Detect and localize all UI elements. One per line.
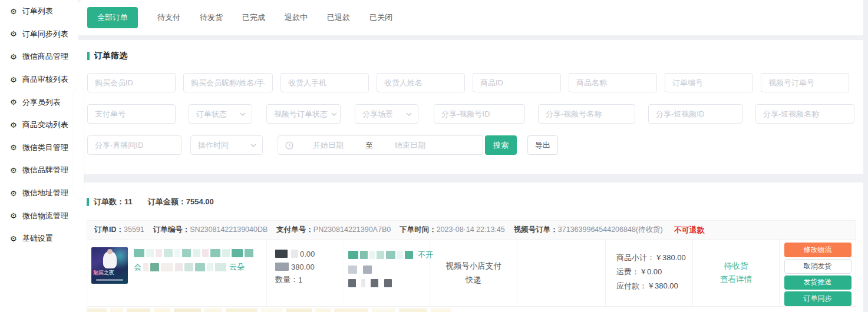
sidebar-item-order-sync-list[interactable]: ⚙订单同步列表 — [0, 23, 78, 46]
gear-icon: ⚙ — [10, 30, 17, 38]
receiver-name-input[interactable] — [377, 73, 465, 92]
filter-row-3: 操作时间 至 搜索 导出 — [87, 135, 854, 155]
empty-cell — [517, 240, 606, 306]
pay-no-input[interactable] — [87, 104, 176, 124]
sidebar-item-wechat-address[interactable]: ⚙微信地址管理 — [0, 182, 78, 205]
price-qty-cell: 0.00 380.00 数量：1 — [267, 240, 342, 306]
order-sync-button[interactable]: 订单同步 — [784, 291, 852, 306]
sidebar: ⚙订单列表 ⚙订单同步列表 ⚙微信商品管理 ⚙商品审核列表 ⚙分享员列表 ⚙商品… — [0, 0, 78, 312]
filter-section-title: 订单筛选 — [87, 51, 854, 61]
tab-pending-payment[interactable]: 待支付 — [157, 7, 180, 28]
end-date-input[interactable] — [375, 141, 445, 150]
order-status-select[interactable]: 订单状态 — [189, 104, 252, 124]
sidebar-item-label: 微信物流管理 — [22, 211, 68, 221]
view-detail-link[interactable]: 查看详情 — [693, 273, 779, 286]
sidebar-item-wechat-product[interactable]: ⚙微信商品管理 — [0, 45, 78, 68]
share-scene-select[interactable]: 分享场景 — [355, 104, 418, 124]
gear-icon: ⚙ — [10, 190, 17, 197]
shipping-method: 快递 — [430, 273, 517, 287]
sidebar-item-sharer-list[interactable]: ⚙分享员列表 — [0, 91, 78, 114]
sidebar-item-product-change[interactable]: ⚙商品变动列表 — [0, 114, 78, 137]
sidebar-item-product-review[interactable]: ⚙商品审核列表 — [0, 68, 78, 91]
gear-icon: ⚙ — [10, 76, 17, 84]
product-name-input[interactable] — [569, 73, 657, 92]
censored-title-line-1 — [134, 249, 261, 257]
censored-buyer-address — [348, 279, 430, 287]
operate-time-select[interactable]: 操作时间 — [190, 135, 263, 155]
product-image: 魅笑之夜 — [91, 247, 128, 284]
sidebar-item-wechat-logistics[interactable]: ⚙微信物流管理 — [0, 204, 78, 227]
select-placeholder: 订单状态 — [196, 109, 227, 120]
select-placeholder: 操作时间 — [198, 140, 229, 151]
product-id-input[interactable] — [473, 73, 561, 92]
sidebar-item-wechat-brand[interactable]: ⚙微信品牌管理 — [0, 159, 78, 182]
product-cell: 魅笑之夜 会 云朵 — [87, 240, 267, 306]
share-short-video-id-input[interactable] — [648, 104, 742, 124]
title-fragment: 会 — [134, 262, 141, 273]
order-count: 订单数：11 — [94, 197, 133, 207]
sidebar-item-order-list[interactable]: ⚙订单列表 — [0, 0, 78, 23]
buyer-member-id-input[interactable] — [87, 73, 176, 92]
sidebar-item-label: 分享员列表 — [22, 97, 61, 108]
sidebar-item-wechat-category[interactable]: ⚙微信类目管理 — [0, 137, 78, 160]
sidebar-item-label: 微信地址管理 — [22, 188, 68, 198]
status-cell: 待收货 查看详情 — [693, 240, 780, 306]
scrollbar-thumb[interactable] — [74, 88, 84, 197]
censored-unit-price-line: 380.00 — [275, 260, 342, 273]
start-date-input[interactable] — [293, 141, 363, 150]
gear-icon: ⚙ — [10, 144, 17, 151]
filter-row-1 — [87, 73, 854, 92]
order-product-row: 魅笑之夜 会 云朵 — [87, 240, 856, 306]
channel-order-no-input[interactable] — [761, 73, 849, 92]
sidebar-item-basic-settings[interactable]: ⚙基础设置 — [0, 227, 78, 250]
share-channel-id-input[interactable] — [434, 104, 525, 124]
channel-order-status-select[interactable]: 视频号订单状态 — [266, 104, 341, 124]
tab-refunded[interactable]: 已退款 — [327, 7, 350, 28]
sidebar-item-label: 订单列表 — [22, 6, 53, 16]
order-no: 订单编号：SN23081422139040DB — [153, 225, 268, 235]
poster-title-text: 魅笑之夜 — [93, 269, 114, 277]
shipment-push-button[interactable]: 发货推送 — [784, 276, 852, 290]
product-title-censored: 会 云朵 — [134, 247, 261, 306]
receiver-phone-input[interactable] — [280, 73, 369, 92]
modify-logistics-button[interactable]: 修改物流 — [784, 243, 852, 257]
main-content: 全部订单 待支付 待发货 已完成 退款中 已退款 已关闭 订单筛选 — [78, 0, 868, 312]
filter-title-text: 订单筛选 — [94, 51, 127, 61]
tab-refunding[interactable]: 退款中 — [285, 7, 308, 28]
share-short-video-name-input[interactable] — [755, 104, 854, 124]
sidebar-item-label: 基础设置 — [22, 233, 53, 244]
filter-row-2: 订单状态 视频号订单状态 分享场景 — [87, 104, 854, 124]
tab-pending-shipment[interactable]: 待发货 — [200, 7, 223, 28]
sidebar-item-label: 微信商品管理 — [22, 51, 68, 62]
cancel-shipment-button[interactable]: 取消发货 — [784, 259, 852, 274]
tab-completed[interactable]: 已完成 — [242, 7, 265, 28]
order-status-text: 待收货 — [693, 259, 779, 273]
order-summary-bar: 订单数：11 订单金额：7554.00 — [87, 197, 856, 207]
share-live-room-id-input[interactable] — [87, 135, 181, 155]
order-time: 下单时间：2023-08-14 22:13:45 — [400, 225, 505, 235]
search-button[interactable]: 搜索 — [485, 135, 517, 155]
order-no-input[interactable] — [665, 73, 753, 92]
tab-all-orders[interactable]: 全部订单 — [87, 7, 138, 28]
date-range-picker[interactable]: 至 — [278, 135, 483, 155]
title-fragment: 云朵 — [229, 262, 245, 273]
select-placeholder: 分享场景 — [362, 109, 393, 120]
order-admin-app: ⚙订单列表 ⚙订单同步列表 ⚙微信商品管理 ⚙商品审核列表 ⚙分享员列表 ⚙商品… — [0, 0, 868, 312]
gear-icon: ⚙ — [10, 53, 17, 61]
next-order-censored-strip — [87, 307, 856, 312]
export-button[interactable]: 导出 — [527, 135, 558, 155]
sidebar-item-label: 微信品牌管理 — [22, 165, 68, 175]
payment-method: 视频号小店支付 — [430, 259, 517, 273]
share-channel-name-input[interactable] — [538, 104, 635, 124]
order-header: 订单ID：35591 订单编号：SN23081422139040DB 支付单号：… — [87, 221, 856, 240]
censored-buyer-phone — [348, 265, 430, 274]
tab-closed[interactable]: 已关闭 — [369, 7, 392, 28]
censored-title-line-2: 会 云朵 — [134, 262, 261, 273]
chevron-down-icon — [240, 112, 246, 116]
channel-order-no-status: 视频号订单：3713639964544206848(待收货) — [514, 225, 663, 235]
censored-price-line: 0.00 — [275, 247, 342, 260]
clock-icon — [285, 141, 293, 150]
buyer-member-name-input[interactable] — [183, 73, 273, 92]
censored-buyer-name: 不开 — [348, 250, 430, 260]
gear-icon: ⚙ — [10, 167, 17, 174]
